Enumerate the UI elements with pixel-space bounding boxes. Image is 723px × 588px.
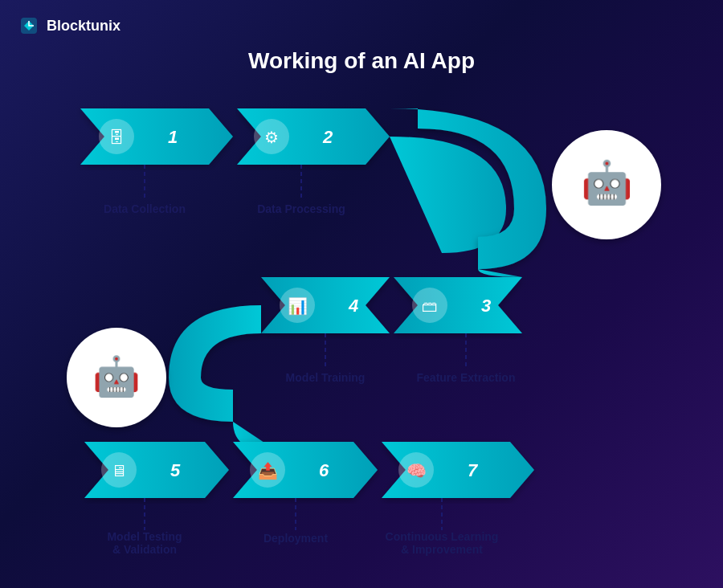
svg-text:Model Training: Model Training xyxy=(286,371,366,384)
svg-text:5: 5 xyxy=(170,460,181,480)
svg-text:3: 3 xyxy=(481,296,491,316)
svg-text:🗃: 🗃 xyxy=(422,297,438,315)
svg-text:🧠: 🧠 xyxy=(406,461,427,480)
svg-text:4: 4 xyxy=(348,296,358,316)
svg-text:1: 1 xyxy=(168,127,178,147)
svg-text:⚙: ⚙ xyxy=(264,129,279,146)
svg-text:Data Collection: Data Collection xyxy=(104,202,186,215)
logo-icon xyxy=(18,14,40,37)
flow-diagram: 🗄 1 ⚙ 2 Data Collection Data Processing … xyxy=(32,92,691,574)
svg-text:🖥: 🖥 xyxy=(111,462,127,480)
svg-text:🤖: 🤖 xyxy=(92,353,141,399)
svg-text:🤖: 🤖 xyxy=(581,157,633,207)
svg-text:Model Testing: Model Testing xyxy=(107,530,182,543)
svg-text:6: 6 xyxy=(319,460,329,480)
logo: Blocktunix xyxy=(18,14,120,37)
svg-text:🗄: 🗄 xyxy=(108,129,125,146)
svg-text:7: 7 xyxy=(468,460,479,480)
logo-text: Blocktunix xyxy=(47,18,120,35)
svg-text:2: 2 xyxy=(322,127,333,147)
svg-text:Feature Extraction: Feature Extraction xyxy=(417,371,516,384)
svg-text:📤: 📤 xyxy=(258,461,278,480)
svg-text:Deployment: Deployment xyxy=(263,532,328,545)
svg-text:& Improvement: & Improvement xyxy=(401,543,483,556)
svg-text:& Validation: & Validation xyxy=(112,543,177,556)
page-title: Working of an AI App xyxy=(0,48,723,74)
svg-text:Continuous Learning: Continuous Learning xyxy=(386,530,499,543)
svg-text:Data Processing: Data Processing xyxy=(257,202,345,215)
svg-text:📊: 📊 xyxy=(288,296,308,316)
